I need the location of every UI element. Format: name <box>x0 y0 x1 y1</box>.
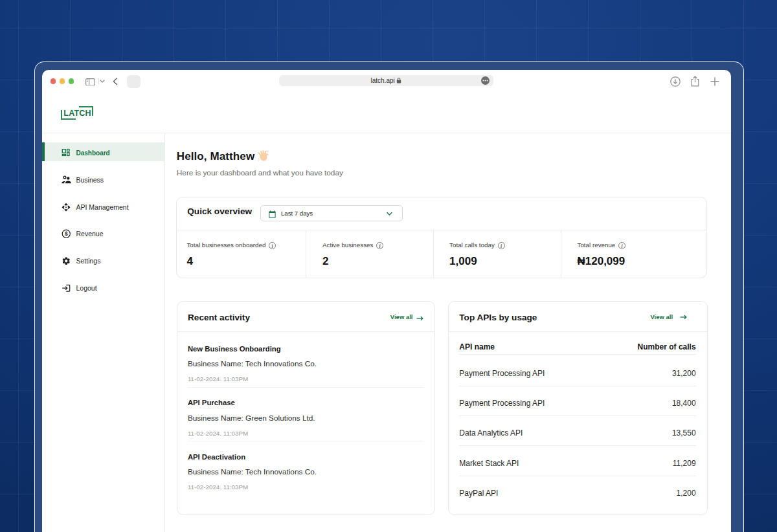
svg-text:$: $ <box>65 231 68 238</box>
